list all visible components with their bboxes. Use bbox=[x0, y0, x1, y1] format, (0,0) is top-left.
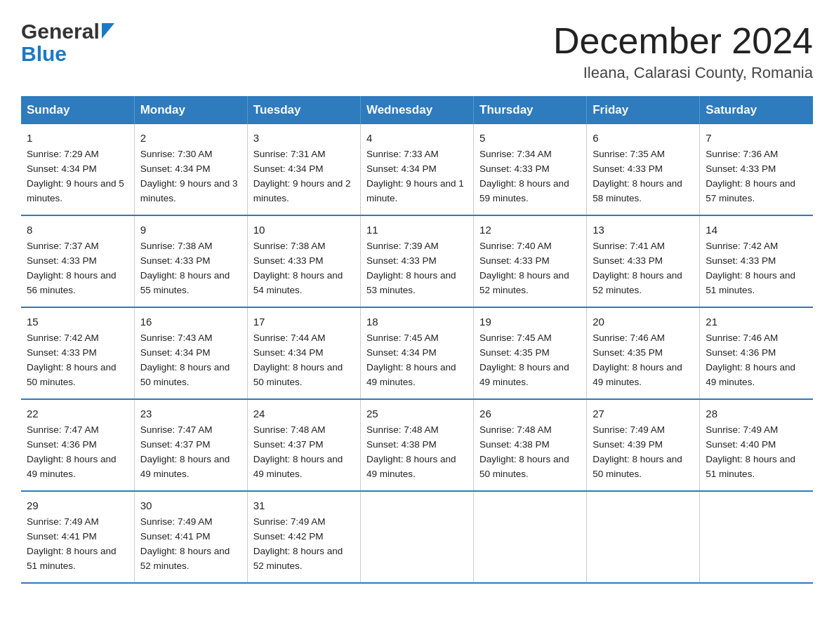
sunset-label: Sunset: 4:38 PM bbox=[479, 439, 550, 450]
day-number: 13 bbox=[593, 222, 694, 238]
calendar-cell bbox=[587, 491, 700, 583]
daylight-label: Daylight: 8 hours and 51 minutes. bbox=[27, 546, 117, 571]
calendar-cell: 3Sunrise: 7:31 AMSunset: 4:34 PMDaylight… bbox=[247, 124, 360, 215]
sunset-label: Sunset: 4:33 PM bbox=[593, 255, 663, 266]
week-row-4: 22Sunrise: 7:47 AMSunset: 4:36 PMDayligh… bbox=[21, 399, 813, 491]
sunset-label: Sunset: 4:41 PM bbox=[140, 531, 211, 542]
daylight-label: Daylight: 8 hours and 49 minutes. bbox=[706, 362, 795, 387]
logo-blue-text: Blue bbox=[21, 42, 67, 65]
daylight-label: Daylight: 8 hours and 58 minutes. bbox=[593, 178, 682, 203]
sunrise-label: Sunrise: 7:49 AM bbox=[140, 516, 213, 527]
calendar-cell: 13Sunrise: 7:41 AMSunset: 4:33 PMDayligh… bbox=[587, 215, 700, 307]
daylight-label: Daylight: 8 hours and 49 minutes. bbox=[27, 454, 117, 479]
calendar-cell: 9Sunrise: 7:38 AMSunset: 4:33 PMDaylight… bbox=[134, 215, 247, 307]
calendar-cell: 15Sunrise: 7:42 AMSunset: 4:33 PMDayligh… bbox=[21, 307, 134, 399]
header-cell-saturday: Saturday bbox=[700, 96, 813, 124]
header-cell-wednesday: Wednesday bbox=[360, 96, 473, 124]
sunrise-label: Sunrise: 7:48 AM bbox=[366, 424, 439, 435]
title-block: December 2024 Ileana, Calarasi County, R… bbox=[553, 21, 813, 82]
daylight-label: Daylight: 8 hours and 50 minutes. bbox=[253, 362, 343, 387]
sunset-label: Sunset: 4:37 PM bbox=[140, 439, 211, 450]
daylight-label: Daylight: 8 hours and 51 minutes. bbox=[706, 454, 795, 479]
calendar-cell: 25Sunrise: 7:48 AMSunset: 4:38 PMDayligh… bbox=[360, 399, 473, 491]
calendar-cell: 24Sunrise: 7:48 AMSunset: 4:37 PMDayligh… bbox=[247, 399, 360, 491]
header-cell-sunday: Sunday bbox=[21, 96, 134, 124]
daylight-label: Daylight: 8 hours and 52 minutes. bbox=[140, 546, 230, 571]
sunset-label: Sunset: 4:40 PM bbox=[706, 439, 776, 450]
sunset-label: Sunset: 4:33 PM bbox=[706, 163, 776, 174]
calendar-cell: 18Sunrise: 7:45 AMSunset: 4:34 PMDayligh… bbox=[360, 307, 473, 399]
daylight-label: Daylight: 9 hours and 2 minutes. bbox=[253, 178, 351, 203]
day-number: 28 bbox=[706, 405, 807, 422]
calendar-cell: 10Sunrise: 7:38 AMSunset: 4:33 PMDayligh… bbox=[247, 215, 360, 307]
calendar-cell: 29Sunrise: 7:49 AMSunset: 4:41 PMDayligh… bbox=[21, 491, 134, 583]
day-number: 29 bbox=[27, 497, 128, 514]
day-number: 12 bbox=[479, 222, 581, 238]
calendar-cell: 12Sunrise: 7:40 AMSunset: 4:33 PMDayligh… bbox=[474, 215, 587, 307]
daylight-label: Daylight: 9 hours and 5 minutes. bbox=[27, 178, 124, 203]
calendar-cell: 22Sunrise: 7:47 AMSunset: 4:36 PMDayligh… bbox=[21, 399, 134, 491]
sunset-label: Sunset: 4:34 PM bbox=[366, 347, 437, 358]
calendar-cell: 19Sunrise: 7:45 AMSunset: 4:35 PMDayligh… bbox=[474, 307, 587, 399]
sunrise-label: Sunrise: 7:45 AM bbox=[366, 333, 439, 343]
calendar-cell: 4Sunrise: 7:33 AMSunset: 4:34 PMDaylight… bbox=[360, 124, 473, 215]
day-number: 16 bbox=[140, 314, 241, 330]
header-cell-thursday: Thursday bbox=[474, 96, 587, 124]
calendar-cell: 7Sunrise: 7:36 AMSunset: 4:33 PMDaylight… bbox=[700, 124, 813, 215]
day-number: 9 bbox=[140, 222, 241, 238]
day-number: 17 bbox=[253, 314, 355, 330]
day-number: 11 bbox=[366, 222, 468, 238]
day-number: 7 bbox=[706, 130, 807, 146]
calendar-cell: 16Sunrise: 7:43 AMSunset: 4:34 PMDayligh… bbox=[134, 307, 247, 399]
daylight-label: Daylight: 8 hours and 51 minutes. bbox=[706, 270, 795, 295]
daylight-label: Daylight: 8 hours and 56 minutes. bbox=[27, 270, 117, 295]
day-number: 3 bbox=[253, 130, 355, 146]
week-row-5: 29Sunrise: 7:49 AMSunset: 4:41 PMDayligh… bbox=[21, 491, 813, 583]
sunset-label: Sunset: 4:42 PM bbox=[253, 531, 324, 542]
sunrise-label: Sunrise: 7:36 AM bbox=[706, 149, 778, 159]
day-number: 19 bbox=[479, 314, 581, 330]
sunrise-label: Sunrise: 7:46 AM bbox=[706, 333, 778, 343]
sunset-label: Sunset: 4:35 PM bbox=[593, 347, 663, 358]
calendar-cell: 28Sunrise: 7:49 AMSunset: 4:40 PMDayligh… bbox=[700, 399, 813, 491]
calendar-cell: 6Sunrise: 7:35 AMSunset: 4:33 PMDaylight… bbox=[587, 124, 700, 215]
calendar-cell: 21Sunrise: 7:46 AMSunset: 4:36 PMDayligh… bbox=[700, 307, 813, 399]
calendar-cell: 23Sunrise: 7:47 AMSunset: 4:37 PMDayligh… bbox=[134, 399, 247, 491]
sunrise-label: Sunrise: 7:34 AM bbox=[479, 149, 552, 159]
logo-general-text: General bbox=[21, 21, 100, 42]
sunrise-label: Sunrise: 7:46 AM bbox=[593, 333, 665, 343]
calendar-cell: 11Sunrise: 7:39 AMSunset: 4:33 PMDayligh… bbox=[360, 215, 473, 307]
logo: General Blue bbox=[21, 21, 114, 66]
day-number: 22 bbox=[27, 405, 128, 422]
sunset-label: Sunset: 4:33 PM bbox=[706, 255, 776, 266]
sunrise-label: Sunrise: 7:29 AM bbox=[27, 149, 99, 159]
daylight-label: Daylight: 8 hours and 59 minutes. bbox=[479, 178, 569, 203]
daylight-label: Daylight: 9 hours and 1 minute. bbox=[366, 178, 464, 203]
sunrise-label: Sunrise: 7:49 AM bbox=[706, 424, 778, 435]
sunset-label: Sunset: 4:34 PM bbox=[253, 347, 324, 358]
day-number: 30 bbox=[140, 497, 241, 514]
sunrise-label: Sunrise: 7:38 AM bbox=[140, 241, 213, 251]
header-cell-tuesday: Tuesday bbox=[247, 96, 360, 124]
calendar-subtitle: Ileana, Calarasi County, Romania bbox=[553, 64, 813, 82]
daylight-label: Daylight: 8 hours and 52 minutes. bbox=[593, 270, 682, 295]
sunrise-label: Sunrise: 7:39 AM bbox=[366, 241, 439, 251]
sunrise-label: Sunrise: 7:44 AM bbox=[253, 333, 326, 343]
sunrise-label: Sunrise: 7:48 AM bbox=[253, 424, 326, 435]
daylight-label: Daylight: 8 hours and 57 minutes. bbox=[706, 178, 795, 203]
sunset-label: Sunset: 4:33 PM bbox=[479, 163, 550, 174]
sunset-label: Sunset: 4:36 PM bbox=[27, 439, 97, 450]
daylight-label: Daylight: 8 hours and 50 minutes. bbox=[479, 454, 569, 479]
sunset-label: Sunset: 4:34 PM bbox=[366, 163, 437, 174]
sunrise-label: Sunrise: 7:40 AM bbox=[479, 241, 552, 251]
day-number: 23 bbox=[140, 405, 241, 422]
sunset-label: Sunset: 4:35 PM bbox=[479, 347, 550, 358]
day-number: 20 bbox=[593, 314, 694, 330]
daylight-label: Daylight: 8 hours and 54 minutes. bbox=[253, 270, 343, 295]
daylight-label: Daylight: 8 hours and 52 minutes. bbox=[253, 546, 343, 571]
calendar-header-row: SundayMondayTuesdayWednesdayThursdayFrid… bbox=[21, 96, 813, 124]
calendar-table: SundayMondayTuesdayWednesdayThursdayFrid… bbox=[21, 96, 813, 584]
calendar-cell: 20Sunrise: 7:46 AMSunset: 4:35 PMDayligh… bbox=[587, 307, 700, 399]
daylight-label: Daylight: 8 hours and 55 minutes. bbox=[140, 270, 230, 295]
sunrise-label: Sunrise: 7:49 AM bbox=[593, 424, 665, 435]
